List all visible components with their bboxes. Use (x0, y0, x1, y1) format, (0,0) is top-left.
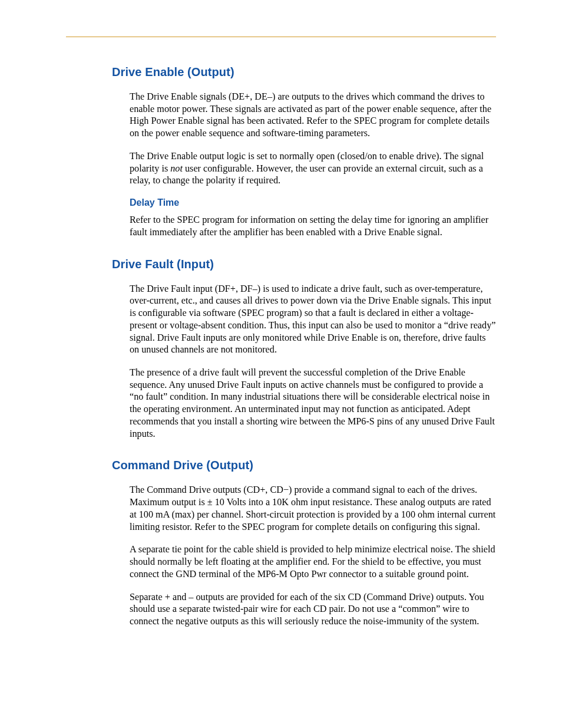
drive-enable-paragraph-1: The Drive Enable signals (DE+, DE–) are … (130, 91, 496, 140)
heading-drive-fault: Drive Fault (Input) (112, 258, 496, 271)
section-gap (66, 249, 496, 258)
command-drive-paragraph-2: A separate tie point for the cable shiel… (130, 543, 496, 580)
delay-time-paragraph-1: Refer to the SPEC program for informatio… (130, 214, 496, 238)
heading-command-drive: Command Drive (Output) (112, 459, 496, 472)
drive-fault-paragraph-2: The presence of a drive fault will preve… (130, 367, 496, 440)
page: Drive Enable (Output) The Drive Enable s… (0, 0, 562, 728)
text-span: user configurable. However, the user can… (130, 163, 483, 186)
italic-not: not (170, 163, 183, 174)
top-rule (66, 37, 496, 37)
drive-enable-paragraph-2: The Drive Enable output logic is set to … (130, 150, 496, 187)
heading-drive-enable: Drive Enable (Output) (112, 65, 496, 79)
section-gap (66, 450, 496, 459)
drive-fault-paragraph-1: The Drive Fault input (DF+, DF–) is used… (130, 283, 496, 356)
command-drive-paragraph-1: The Command Drive outputs (CD+, CD−) pro… (130, 484, 496, 533)
command-drive-paragraph-3: Separate + and – outputs are provided fo… (130, 591, 496, 628)
heading-delay-time: Delay Time (130, 197, 496, 208)
